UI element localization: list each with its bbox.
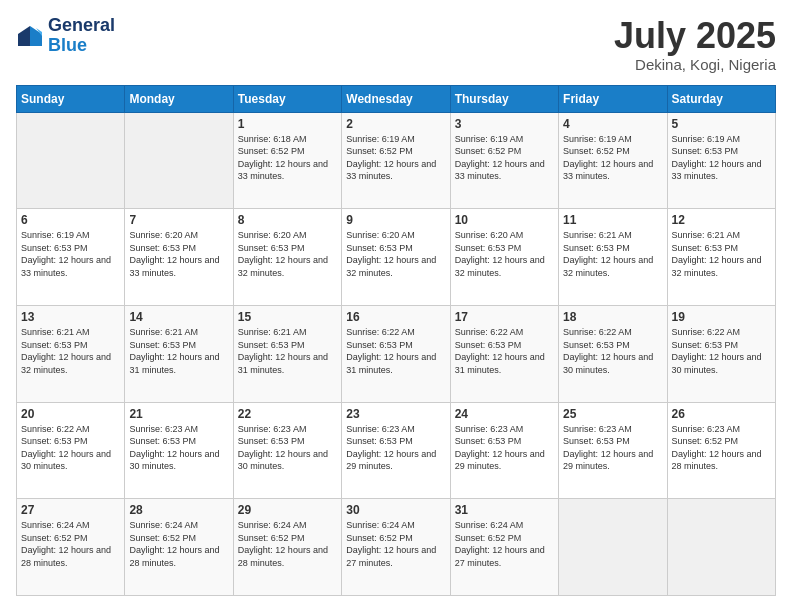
col-tuesday: Tuesday: [233, 85, 341, 112]
day-info: Sunrise: 6:23 AM Sunset: 6:53 PM Dayligh…: [129, 423, 228, 473]
day-number: 3: [455, 117, 554, 131]
calendar-row-5: 27Sunrise: 6:24 AM Sunset: 6:52 PM Dayli…: [17, 499, 776, 596]
header-row: Sunday Monday Tuesday Wednesday Thursday…: [17, 85, 776, 112]
calendar-cell: 12Sunrise: 6:21 AM Sunset: 6:53 PM Dayli…: [667, 209, 775, 306]
logo-icon: [16, 24, 44, 48]
day-number: 14: [129, 310, 228, 324]
calendar-cell: [559, 499, 667, 596]
col-friday: Friday: [559, 85, 667, 112]
calendar-cell: 25Sunrise: 6:23 AM Sunset: 6:53 PM Dayli…: [559, 402, 667, 499]
day-number: 25: [563, 407, 662, 421]
calendar-cell: 24Sunrise: 6:23 AM Sunset: 6:53 PM Dayli…: [450, 402, 558, 499]
col-thursday: Thursday: [450, 85, 558, 112]
day-info: Sunrise: 6:20 AM Sunset: 6:53 PM Dayligh…: [346, 229, 445, 279]
calendar-header: Sunday Monday Tuesday Wednesday Thursday…: [17, 85, 776, 112]
svg-marker-0: [30, 26, 42, 46]
day-number: 21: [129, 407, 228, 421]
col-saturday: Saturday: [667, 85, 775, 112]
day-number: 1: [238, 117, 337, 131]
day-info: Sunrise: 6:20 AM Sunset: 6:53 PM Dayligh…: [238, 229, 337, 279]
calendar-cell: 27Sunrise: 6:24 AM Sunset: 6:52 PM Dayli…: [17, 499, 125, 596]
day-info: Sunrise: 6:22 AM Sunset: 6:53 PM Dayligh…: [21, 423, 120, 473]
calendar-cell: 5Sunrise: 6:19 AM Sunset: 6:53 PM Daylig…: [667, 112, 775, 209]
calendar-row-2: 6Sunrise: 6:19 AM Sunset: 6:53 PM Daylig…: [17, 209, 776, 306]
day-info: Sunrise: 6:21 AM Sunset: 6:53 PM Dayligh…: [129, 326, 228, 376]
day-number: 24: [455, 407, 554, 421]
calendar-row-3: 13Sunrise: 6:21 AM Sunset: 6:53 PM Dayli…: [17, 305, 776, 402]
day-info: Sunrise: 6:19 AM Sunset: 6:53 PM Dayligh…: [672, 133, 771, 183]
calendar-cell: 29Sunrise: 6:24 AM Sunset: 6:52 PM Dayli…: [233, 499, 341, 596]
calendar-cell: 1Sunrise: 6:18 AM Sunset: 6:52 PM Daylig…: [233, 112, 341, 209]
calendar-table: Sunday Monday Tuesday Wednesday Thursday…: [16, 85, 776, 596]
calendar-cell: 22Sunrise: 6:23 AM Sunset: 6:53 PM Dayli…: [233, 402, 341, 499]
title-area: July 2025 Dekina, Kogi, Nigeria: [614, 16, 776, 73]
day-number: 15: [238, 310, 337, 324]
day-info: Sunrise: 6:20 AM Sunset: 6:53 PM Dayligh…: [129, 229, 228, 279]
calendar-cell: 19Sunrise: 6:22 AM Sunset: 6:53 PM Dayli…: [667, 305, 775, 402]
calendar-cell: [17, 112, 125, 209]
day-number: 2: [346, 117, 445, 131]
day-info: Sunrise: 6:23 AM Sunset: 6:52 PM Dayligh…: [672, 423, 771, 473]
logo-line1: General: [48, 16, 115, 36]
day-info: Sunrise: 6:21 AM Sunset: 6:53 PM Dayligh…: [238, 326, 337, 376]
day-number: 8: [238, 213, 337, 227]
calendar-cell: 9Sunrise: 6:20 AM Sunset: 6:53 PM Daylig…: [342, 209, 450, 306]
day-number: 11: [563, 213, 662, 227]
day-info: Sunrise: 6:22 AM Sunset: 6:53 PM Dayligh…: [455, 326, 554, 376]
day-number: 20: [21, 407, 120, 421]
day-number: 29: [238, 503, 337, 517]
day-number: 26: [672, 407, 771, 421]
calendar-cell: 13Sunrise: 6:21 AM Sunset: 6:53 PM Dayli…: [17, 305, 125, 402]
svg-marker-1: [18, 26, 30, 46]
calendar-row-1: 1Sunrise: 6:18 AM Sunset: 6:52 PM Daylig…: [17, 112, 776, 209]
calendar-cell: 31Sunrise: 6:24 AM Sunset: 6:52 PM Dayli…: [450, 499, 558, 596]
day-number: 10: [455, 213, 554, 227]
calendar-cell: 3Sunrise: 6:19 AM Sunset: 6:52 PM Daylig…: [450, 112, 558, 209]
logo-line2: Blue: [48, 36, 115, 56]
calendar-cell: 4Sunrise: 6:19 AM Sunset: 6:52 PM Daylig…: [559, 112, 667, 209]
calendar-cell: 6Sunrise: 6:19 AM Sunset: 6:53 PM Daylig…: [17, 209, 125, 306]
calendar-cell: 11Sunrise: 6:21 AM Sunset: 6:53 PM Dayli…: [559, 209, 667, 306]
day-number: 30: [346, 503, 445, 517]
calendar-cell: [125, 112, 233, 209]
calendar-cell: 16Sunrise: 6:22 AM Sunset: 6:53 PM Dayli…: [342, 305, 450, 402]
day-number: 5: [672, 117, 771, 131]
day-number: 4: [563, 117, 662, 131]
calendar-body: 1Sunrise: 6:18 AM Sunset: 6:52 PM Daylig…: [17, 112, 776, 595]
day-info: Sunrise: 6:20 AM Sunset: 6:53 PM Dayligh…: [455, 229, 554, 279]
calendar-cell: 23Sunrise: 6:23 AM Sunset: 6:53 PM Dayli…: [342, 402, 450, 499]
day-info: Sunrise: 6:24 AM Sunset: 6:52 PM Dayligh…: [346, 519, 445, 569]
day-number: 19: [672, 310, 771, 324]
day-info: Sunrise: 6:21 AM Sunset: 6:53 PM Dayligh…: [672, 229, 771, 279]
day-number: 23: [346, 407, 445, 421]
day-info: Sunrise: 6:19 AM Sunset: 6:53 PM Dayligh…: [21, 229, 120, 279]
calendar-cell: 14Sunrise: 6:21 AM Sunset: 6:53 PM Dayli…: [125, 305, 233, 402]
day-info: Sunrise: 6:23 AM Sunset: 6:53 PM Dayligh…: [346, 423, 445, 473]
location: Dekina, Kogi, Nigeria: [614, 56, 776, 73]
day-number: 31: [455, 503, 554, 517]
header: General Blue July 2025 Dekina, Kogi, Nig…: [16, 16, 776, 73]
col-monday: Monday: [125, 85, 233, 112]
calendar-cell: 10Sunrise: 6:20 AM Sunset: 6:53 PM Dayli…: [450, 209, 558, 306]
day-info: Sunrise: 6:23 AM Sunset: 6:53 PM Dayligh…: [563, 423, 662, 473]
col-wednesday: Wednesday: [342, 85, 450, 112]
calendar-cell: 18Sunrise: 6:22 AM Sunset: 6:53 PM Dayli…: [559, 305, 667, 402]
day-number: 7: [129, 213, 228, 227]
calendar-cell: 2Sunrise: 6:19 AM Sunset: 6:52 PM Daylig…: [342, 112, 450, 209]
col-sunday: Sunday: [17, 85, 125, 112]
day-number: 12: [672, 213, 771, 227]
day-info: Sunrise: 6:19 AM Sunset: 6:52 PM Dayligh…: [563, 133, 662, 183]
logo: General Blue: [16, 16, 115, 56]
month-title: July 2025: [614, 16, 776, 56]
day-info: Sunrise: 6:23 AM Sunset: 6:53 PM Dayligh…: [455, 423, 554, 473]
day-number: 17: [455, 310, 554, 324]
calendar-cell: 17Sunrise: 6:22 AM Sunset: 6:53 PM Dayli…: [450, 305, 558, 402]
day-info: Sunrise: 6:22 AM Sunset: 6:53 PM Dayligh…: [672, 326, 771, 376]
day-info: Sunrise: 6:24 AM Sunset: 6:52 PM Dayligh…: [455, 519, 554, 569]
day-number: 27: [21, 503, 120, 517]
day-number: 28: [129, 503, 228, 517]
calendar-cell: 20Sunrise: 6:22 AM Sunset: 6:53 PM Dayli…: [17, 402, 125, 499]
day-info: Sunrise: 6:24 AM Sunset: 6:52 PM Dayligh…: [238, 519, 337, 569]
day-info: Sunrise: 6:24 AM Sunset: 6:52 PM Dayligh…: [21, 519, 120, 569]
calendar-cell: [667, 499, 775, 596]
